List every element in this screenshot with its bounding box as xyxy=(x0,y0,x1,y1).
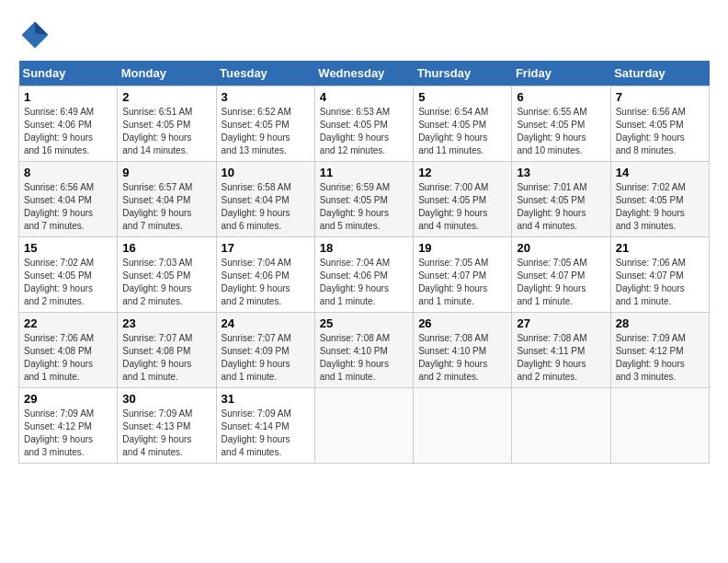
day-number: 14 xyxy=(616,166,704,179)
calendar-cell: 29Sunrise: 7:09 AM Sunset: 4:12 PM Dayli… xyxy=(19,388,118,464)
day-info: Sunrise: 7:08 AM Sunset: 4:11 PM Dayligh… xyxy=(517,332,605,384)
calendar-cell: 25Sunrise: 7:08 AM Sunset: 4:10 PM Dayli… xyxy=(314,313,413,388)
day-info: Sunrise: 7:09 AM Sunset: 4:13 PM Dayligh… xyxy=(122,408,210,459)
calendar-cell: 28Sunrise: 7:09 AM Sunset: 4:12 PM Dayli… xyxy=(610,313,709,388)
day-number: 16 xyxy=(122,241,210,255)
calendar-cell: 30Sunrise: 7:09 AM Sunset: 4:13 PM Dayli… xyxy=(118,388,216,464)
calendar-cell xyxy=(610,388,709,464)
day-info: Sunrise: 6:57 AM Sunset: 4:04 PM Dayligh… xyxy=(122,181,210,233)
day-number: 26 xyxy=(418,316,506,330)
day-of-week-header: Saturday xyxy=(610,61,709,86)
calendar-cell: 27Sunrise: 7:08 AM Sunset: 4:11 PM Dayli… xyxy=(512,313,610,388)
day-info: Sunrise: 7:08 AM Sunset: 4:10 PM Dayligh… xyxy=(418,332,506,384)
day-info: Sunrise: 6:56 AM Sunset: 4:04 PM Dayligh… xyxy=(24,181,112,233)
day-number: 25 xyxy=(320,316,408,330)
day-info: Sunrise: 7:09 AM Sunset: 4:12 PM Dayligh… xyxy=(24,408,112,459)
calendar-cell: 8Sunrise: 6:56 AM Sunset: 4:04 PM Daylig… xyxy=(19,162,118,237)
calendar-cell: 31Sunrise: 7:09 AM Sunset: 4:14 PM Dayli… xyxy=(216,388,314,464)
day-of-week-header: Friday xyxy=(512,61,610,86)
calendar-week-row: 15Sunrise: 7:02 AM Sunset: 4:05 PM Dayli… xyxy=(19,237,710,313)
day-number: 17 xyxy=(222,241,310,255)
day-number: 23 xyxy=(122,316,210,330)
calendar-cell: 26Sunrise: 7:08 AM Sunset: 4:10 PM Dayli… xyxy=(414,313,512,388)
calendar-cell: 9Sunrise: 6:57 AM Sunset: 4:04 PM Daylig… xyxy=(118,162,216,237)
day-number: 27 xyxy=(517,316,605,330)
calendar-cell: 1Sunrise: 6:49 AM Sunset: 4:06 PM Daylig… xyxy=(19,86,118,162)
calendar-cell: 13Sunrise: 7:01 AM Sunset: 4:05 PM Dayli… xyxy=(512,162,610,237)
day-number: 30 xyxy=(122,392,210,406)
calendar-cell: 2Sunrise: 6:51 AM Sunset: 4:05 PM Daylig… xyxy=(118,86,216,162)
days-of-week-row: SundayMondayTuesdayWednesdayThursdayFrid… xyxy=(19,61,710,86)
calendar-cell: 12Sunrise: 7:00 AM Sunset: 4:05 PM Dayli… xyxy=(414,162,512,237)
day-info: Sunrise: 7:03 AM Sunset: 4:05 PM Dayligh… xyxy=(122,257,210,308)
calendar-cell xyxy=(414,388,512,464)
day-info: Sunrise: 7:00 AM Sunset: 4:05 PM Dayligh… xyxy=(418,181,506,233)
day-number: 9 xyxy=(122,166,210,179)
day-number: 24 xyxy=(222,316,310,330)
calendar-cell: 10Sunrise: 6:58 AM Sunset: 4:04 PM Dayli… xyxy=(216,162,314,237)
day-info: Sunrise: 7:07 AM Sunset: 4:09 PM Dayligh… xyxy=(222,332,310,384)
day-of-week-header: Wednesday xyxy=(314,61,413,86)
day-number: 20 xyxy=(517,241,605,255)
day-of-week-header: Monday xyxy=(118,61,216,86)
calendar-week-row: 1Sunrise: 6:49 AM Sunset: 4:06 PM Daylig… xyxy=(19,86,710,162)
day-number: 13 xyxy=(517,166,605,179)
day-number: 1 xyxy=(24,90,112,104)
svg-marker-1 xyxy=(35,22,48,35)
day-info: Sunrise: 6:58 AM Sunset: 4:04 PM Dayligh… xyxy=(222,181,310,233)
calendar-cell: 15Sunrise: 7:02 AM Sunset: 4:05 PM Dayli… xyxy=(19,237,118,313)
calendar-cell: 23Sunrise: 7:07 AM Sunset: 4:08 PM Dayli… xyxy=(118,313,216,388)
day-info: Sunrise: 6:54 AM Sunset: 4:05 PM Dayligh… xyxy=(418,106,506,157)
calendar-table: SundayMondayTuesdayWednesdayThursdayFrid… xyxy=(18,61,710,464)
day-info: Sunrise: 7:02 AM Sunset: 4:05 PM Dayligh… xyxy=(616,181,704,233)
calendar-cell: 7Sunrise: 6:56 AM Sunset: 4:05 PM Daylig… xyxy=(610,86,709,162)
day-number: 3 xyxy=(222,90,310,104)
day-info: Sunrise: 6:52 AM Sunset: 4:05 PM Dayligh… xyxy=(222,106,310,157)
day-info: Sunrise: 7:01 AM Sunset: 4:05 PM Dayligh… xyxy=(517,181,605,233)
calendar-cell: 17Sunrise: 7:04 AM Sunset: 4:06 PM Dayli… xyxy=(216,237,314,313)
calendar-cell: 20Sunrise: 7:05 AM Sunset: 4:07 PM Dayli… xyxy=(512,237,610,313)
day-info: Sunrise: 7:07 AM Sunset: 4:08 PM Dayligh… xyxy=(122,332,210,384)
day-info: Sunrise: 6:53 AM Sunset: 4:05 PM Dayligh… xyxy=(320,106,408,157)
day-info: Sunrise: 6:49 AM Sunset: 4:06 PM Dayligh… xyxy=(24,106,112,157)
day-info: Sunrise: 7:04 AM Sunset: 4:06 PM Dayligh… xyxy=(222,257,310,308)
day-number: 28 xyxy=(616,316,704,330)
day-number: 22 xyxy=(24,316,112,330)
day-info: Sunrise: 7:09 AM Sunset: 4:12 PM Dayligh… xyxy=(616,332,704,384)
day-number: 10 xyxy=(222,166,310,179)
day-of-week-header: Thursday xyxy=(414,61,512,86)
day-info: Sunrise: 6:56 AM Sunset: 4:05 PM Dayligh… xyxy=(616,106,704,157)
calendar-header: SundayMondayTuesdayWednesdayThursdayFrid… xyxy=(19,61,710,86)
day-info: Sunrise: 7:09 AM Sunset: 4:14 PM Dayligh… xyxy=(222,408,310,459)
day-number: 18 xyxy=(320,241,408,255)
logo xyxy=(18,18,57,52)
calendar-cell xyxy=(512,388,610,464)
calendar-cell: 14Sunrise: 7:02 AM Sunset: 4:05 PM Dayli… xyxy=(610,162,709,237)
calendar-cell xyxy=(314,388,413,464)
calendar-cell: 3Sunrise: 6:52 AM Sunset: 4:05 PM Daylig… xyxy=(216,86,314,162)
day-of-week-header: Sunday xyxy=(19,61,118,86)
day-of-week-header: Tuesday xyxy=(216,61,314,86)
day-number: 4 xyxy=(320,90,408,104)
day-number: 31 xyxy=(222,392,310,406)
day-number: 19 xyxy=(418,241,506,255)
day-number: 11 xyxy=(320,166,408,179)
day-info: Sunrise: 7:06 AM Sunset: 4:07 PM Dayligh… xyxy=(616,257,704,308)
calendar-cell: 21Sunrise: 7:06 AM Sunset: 4:07 PM Dayli… xyxy=(610,237,709,313)
calendar-cell: 4Sunrise: 6:53 AM Sunset: 4:05 PM Daylig… xyxy=(314,86,413,162)
calendar-week-row: 8Sunrise: 6:56 AM Sunset: 4:04 PM Daylig… xyxy=(19,162,710,237)
day-info: Sunrise: 7:08 AM Sunset: 4:10 PM Dayligh… xyxy=(320,332,408,384)
day-info: Sunrise: 7:04 AM Sunset: 4:06 PM Dayligh… xyxy=(320,257,408,308)
calendar-cell: 5Sunrise: 6:54 AM Sunset: 4:05 PM Daylig… xyxy=(414,86,512,162)
day-number: 21 xyxy=(616,241,704,255)
calendar-cell: 6Sunrise: 6:55 AM Sunset: 4:05 PM Daylig… xyxy=(512,86,610,162)
calendar-cell: 19Sunrise: 7:05 AM Sunset: 4:07 PM Dayli… xyxy=(414,237,512,313)
calendar-body: 1Sunrise: 6:49 AM Sunset: 4:06 PM Daylig… xyxy=(19,86,710,464)
page-header xyxy=(18,18,710,52)
day-info: Sunrise: 6:55 AM Sunset: 4:05 PM Dayligh… xyxy=(517,106,605,157)
day-info: Sunrise: 7:05 AM Sunset: 4:07 PM Dayligh… xyxy=(418,257,506,308)
day-number: 12 xyxy=(418,166,506,179)
calendar-cell: 11Sunrise: 6:59 AM Sunset: 4:05 PM Dayli… xyxy=(314,162,413,237)
calendar-cell: 16Sunrise: 7:03 AM Sunset: 4:05 PM Dayli… xyxy=(118,237,216,313)
day-number: 29 xyxy=(24,392,112,406)
